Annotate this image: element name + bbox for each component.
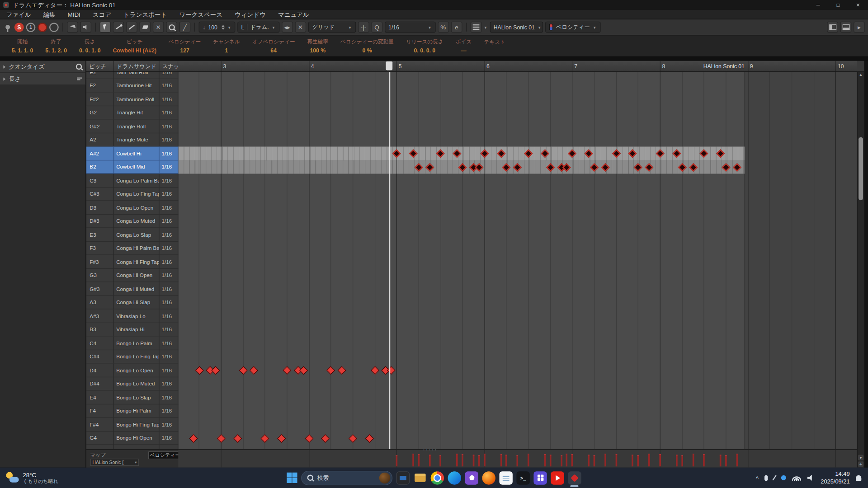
pitch-cell[interactable]: D#4: [86, 377, 114, 391]
drumsound-cell[interactable]: Conga Hi Fing Tap: [114, 255, 159, 269]
drum-row-A3[interactable]: A3Conga Hi Slap1/16: [86, 296, 857, 310]
feedback-speaker-button[interactable]: [80, 22, 91, 33]
drumsound-cell[interactable]: Tam Tam Roll: [114, 72, 159, 79]
velocity-bar[interactable]: [566, 454, 567, 466]
info-field[interactable]: ベロシティー127: [163, 38, 207, 53]
info-field[interactable]: 再生確率100 %: [301, 38, 334, 53]
velocity-bar[interactable]: [725, 455, 727, 466]
drum-row-G#4[interactable]: G#4Bongo Hi Muted1/16: [86, 445, 857, 449]
youtube-icon[interactable]: [551, 471, 564, 484]
drumstick-tool-button[interactable]: [113, 22, 124, 33]
recorder-icon[interactable]: [465, 471, 478, 484]
eraser-tool-button[interactable]: [140, 22, 151, 33]
snap-cell[interactable]: 1/16: [160, 432, 179, 445]
snap-button[interactable]: -|-: [358, 22, 369, 33]
pitch-cell[interactable]: B2: [86, 160, 114, 174]
firefox-icon[interactable]: [482, 471, 495, 484]
velocity-bar[interactable]: [396, 455, 398, 466]
info-field[interactable]: 長さ0. 0. 1. 0: [73, 38, 107, 53]
drumsound-cell[interactable]: Conga Hi Muted: [114, 282, 159, 296]
pitch-cell[interactable]: D3: [86, 201, 114, 215]
drumsound-cell[interactable]: Conga Hi Slap: [114, 296, 159, 310]
pitch-cell[interactable]: A2: [86, 133, 114, 147]
menu-item-マニュアル[interactable]: マニュアル: [272, 10, 315, 19]
line-tool-button[interactable]: [126, 22, 137, 33]
snap-cell[interactable]: 1/16: [160, 323, 179, 337]
drumsound-cell[interactable]: Cowbell Hi: [114, 147, 159, 160]
velocity-lane[interactable]: [178, 450, 857, 468]
zoom-tool-button[interactable]: [166, 22, 177, 33]
pitch-column-header[interactable]: ピッチ: [86, 61, 114, 71]
snap-cell[interactable]: 1/16: [160, 404, 179, 418]
part-edit-mode-button[interactable]: [470, 22, 481, 33]
drumsound-cell[interactable]: Tambourine Roll: [114, 93, 159, 106]
snap-cell[interactable]: 1/16: [160, 106, 179, 120]
pitch-cell[interactable]: G4: [86, 432, 114, 445]
snap-cell[interactable]: 1/16: [160, 310, 179, 323]
drumsound-cell[interactable]: Bongo Lo Open: [114, 364, 159, 377]
pitch-cell[interactable]: B3: [86, 323, 114, 337]
bluetooth-icon[interactable]: [781, 475, 786, 480]
pitch-cell[interactable]: G2: [86, 106, 114, 120]
drum-map-dropdown[interactable]: HALion Sonic 01 ▼: [490, 22, 543, 33]
chrome-icon[interactable]: [431, 471, 444, 484]
snap-cell[interactable]: 1/16: [160, 391, 179, 404]
drum-row-F3[interactable]: F3Conga Hi Palm Bass1/16: [86, 242, 857, 255]
snap-cell[interactable]: 1/16: [160, 269, 179, 282]
drum-row-A#2[interactable]: A#2Cowbell Hi1/16: [86, 147, 857, 160]
drumsound-cell[interactable]: Triangle Hit: [114, 106, 159, 120]
snap-cell[interactable]: 1/16: [160, 418, 179, 432]
pitch-cell[interactable]: A#2: [86, 147, 114, 160]
info-field[interactable]: 開始5. 1. 1. 0: [5, 38, 39, 53]
mute-tool-button[interactable]: ✕: [153, 22, 164, 33]
drum-row-F#4[interactable]: F#4Bongo Hi Fing Tap1/16: [86, 418, 857, 432]
menu-item-MIDI[interactable]: MIDI: [61, 11, 86, 18]
drum-row-G#2[interactable]: G#2Triangle Roll1/16: [86, 120, 857, 133]
iterative-quantize-button[interactable]: %: [438, 22, 448, 33]
pitch-cell[interactable]: F#2: [86, 93, 114, 106]
weather-widget[interactable]: 28°C くもりのち晴れ: [0, 471, 127, 484]
widgets-icon[interactable]: [533, 471, 547, 484]
velocity-bar[interactable]: [594, 455, 595, 466]
quantize-icon-button[interactable]: Q: [371, 22, 382, 33]
menu-item-ファイル[interactable]: ファイル: [0, 10, 37, 19]
drumsound-cell[interactable]: Bongo Hi Fing Tap: [114, 418, 159, 432]
drumsound-cell[interactable]: Conga Lo Slap: [114, 228, 159, 242]
window-zones-button[interactable]: [827, 22, 838, 33]
drum-row-D#4[interactable]: D#4Bongo Lo Muted1/16: [86, 377, 857, 391]
drum-row-E4[interactable]: E4Bongo Lo Slap1/16: [86, 391, 857, 404]
snap-cell[interactable]: 1/16: [160, 133, 179, 147]
velocity-bar[interactable]: [478, 455, 480, 466]
pitch-cell[interactable]: D4: [86, 364, 114, 377]
search-icon[interactable]: [76, 64, 82, 70]
trim-tool-button[interactable]: ╱: [179, 22, 190, 33]
drum-row-C#4[interactable]: C#4Bongo Lo Fing Tap1/16: [86, 350, 857, 364]
pitch-cell[interactable]: A#3: [86, 310, 114, 323]
quantize-section-header[interactable]: クオンタイズ: [0, 61, 85, 73]
note-display-area[interactable]: E2Tam Tam Roll1/16F2Tambourine Hit1/16F#…: [86, 72, 864, 449]
lane-name-badge[interactable]: ベロシティー: [148, 451, 181, 459]
snap-cell[interactable]: 1/16: [160, 120, 179, 133]
drumsound-cell[interactable]: Vibraslap Hi: [114, 323, 159, 337]
vertical-scrollbar[interactable]: ▲ ▾ +: [857, 72, 864, 468]
velocity-bar[interactable]: [516, 455, 518, 466]
velocity-bar[interactable]: [632, 455, 633, 467]
pitch-cell[interactable]: F4: [86, 404, 114, 418]
info-field[interactable]: ボイス—: [449, 38, 478, 53]
drum-row-E2[interactable]: E2Tam Tam Roll1/16: [86, 72, 857, 79]
cubase-icon[interactable]: [568, 471, 581, 484]
drum-row-D#3[interactable]: D#3Conga Lo Muted1/16: [86, 215, 857, 228]
drumsound-cell[interactable]: Cowbell Mid: [114, 160, 159, 174]
info-field[interactable]: ベロシティーの変動量0 %: [335, 38, 400, 53]
snap-cell[interactable]: 1/16: [160, 445, 179, 449]
menu-item-トランスポート[interactable]: トランスポート: [118, 10, 173, 19]
pitch-cell[interactable]: C4: [86, 337, 114, 350]
pitch-cell[interactable]: E3: [86, 228, 114, 242]
minimize-button[interactable]: ─: [808, 0, 828, 10]
drum-row-E3[interactable]: E3Conga Lo Slap1/16: [86, 228, 857, 242]
velocity-bar[interactable]: [693, 454, 694, 466]
lane-resize-handle[interactable]: ·····: [423, 446, 438, 452]
drum-row-F#2[interactable]: F#2Tambourine Roll1/16: [86, 93, 857, 106]
velocity-bar[interactable]: [412, 454, 414, 466]
snap-cell[interactable]: 1/16: [160, 228, 179, 242]
